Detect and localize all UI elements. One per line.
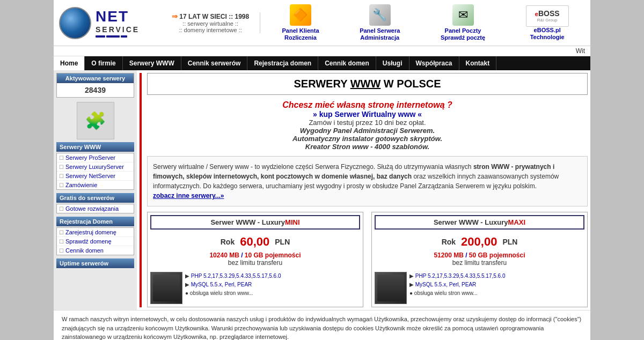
server2-year: Rok [442,238,456,246]
nav-cennik-serwerow[interactable]: Cennik serwerów [181,56,248,70]
server-card-maxi: Serwer WWW - LuxuryMAXI Rok 200,00 PLN 5… [371,212,588,307]
cookie-text: W ramach naszych witryn internetowych, w… [62,316,581,340]
server-rack-icon [153,275,180,301]
uptime-header: Uptime serwerów [56,258,134,268]
aktywowane-box: Aktywowane serwery 28439 [56,73,134,98]
sidebar-link-luxuryserver[interactable]: Serwery LuxuryServer [57,162,134,172]
server-cards: Serwer WWW - LuxuryMINI Rok 60,00 PLN 10… [147,212,588,307]
rejestracja-links: Zarejestruj domenę Sprawdź domenę Cennik… [56,227,134,255]
nav-ofirmie[interactable]: O firmie [85,56,122,70]
main-layout: Aktywowane serwery 28439 🧩 Serwery WWW S… [54,70,590,310]
server-card-mini-header: Serwer WWW - LuxuryMINI [150,215,360,230]
info-more-link[interactable]: zobacz inne serwery...» [153,192,224,199]
sidebar-link-cennik-domen[interactable]: Cennik domen [57,246,134,255]
promo-line3: Zamów i testuj przez 10 dni bez opłat. [147,119,588,127]
sidebar-link-netserver[interactable]: Serwery NetServer [57,172,134,181]
server-card-mini-price-row: Rok 60,00 PLN [148,232,363,252]
logo-area: NET SERVICE [59,7,166,39]
slogan-sub: :: serwery wirtualne :: :: domeny intern… [172,20,249,33]
promo-box: Chcesz mieć własną stronę internetową ? … [147,100,588,151]
logo-bars [96,35,140,38]
panel-klienta-link[interactable]: 🔶 Panel KlientaRozliczenia [282,4,319,41]
panel-poczty-label: Panel PocztySprawdź pocztę [441,27,485,41]
page-title: SERWERY WWW W POLSCE [147,73,588,95]
server1-price: 60,00 [240,235,269,249]
nav-uslugi[interactable]: Usługi [376,56,409,70]
server2-currency: PLN [502,238,517,246]
eboss-label: eBOSS.plTechnologie [530,27,565,41]
logo-text: NET SERVICE [96,8,140,38]
promo-line6: Kreator Stron www - 4000 szablonów. [147,143,588,151]
panel-poczty-link[interactable]: ✉ Panel PocztySprawdź pocztę [441,4,485,41]
server2-image [375,272,407,304]
nav-serwery-www[interactable]: Serwery WWW [123,56,181,70]
server1-features: ▶ PHP 5.2,17,5.3.29,5.4.33,5.5.17,5.6.0 … [185,272,281,304]
slogan-area: ⇒ 17 LAT W SIECI :: 1998 :: serwery wirt… [166,12,260,33]
header: NET SERVICE ⇒ 17 LAT W SIECI :: 1998 :: … [54,0,590,46]
puzzle-icon: 🧩 [77,102,114,139]
nav-home[interactable]: Home [54,56,85,70]
server1-storage: 10240 MB / 10 GB pojemności [148,252,363,259]
server2-bottom: ▶ PHP 5.2,17,5.3.29,5.4.33,5.5.17,5.6.0 … [372,269,587,307]
server2-price: 200,00 [461,235,497,249]
gratis-links: Gotowe rozwiązania [56,204,134,213]
serwery-www-header: Serwery WWW [56,142,134,152]
wit-bar: Wit [54,46,590,56]
info-text1: Serwery wirtualne / Serwery www - to wyd… [153,163,472,171]
server1-notransfer: bez limitu transferu [148,259,363,267]
nav-cennik-domen[interactable]: Cennik domen [318,56,376,70]
panel-serwera-icon: 🔧 [369,4,391,26]
globe-icon [59,7,91,39]
nav-wspolpraca[interactable]: Współpraca [409,56,459,70]
info-box: Serwery wirtualne / Serwery www - to wyd… [147,156,588,206]
promo-line1: Chcesz mieć własną stronę internetową ? [147,100,588,110]
server-rack2-icon [377,275,404,301]
server2-notransfer: bez limitu transferu [372,259,587,267]
server-card-mini: Serwer WWW - LuxuryMINI Rok 60,00 PLN 10… [147,212,363,307]
aktywowane-count: 28439 [57,83,134,97]
promo-line2: » kup Serwer Wirtualny www « [147,110,588,119]
eboss-icon: eBOSS R&I Group [526,5,569,27]
panel-klienta-label: Panel KlientaRozliczenia [282,27,319,41]
eboss-logo-text: eBOSS [535,9,560,18]
server1-bottom: ▶ PHP 5.2,17,5.3.29,5.4.33,5.5.17,5.6.0 … [148,269,363,307]
logo-service: SERVICE [96,25,140,34]
sidebar: Aktywowane serwery 28439 🧩 Serwery WWW S… [54,70,137,310]
nav-rejestracja-domen[interactable]: Rejestracja domen [247,56,318,70]
navigation: Home O firmie Serwery WWW Cennik serweró… [54,56,590,70]
server2-storage: 51200 MB / 50 GB pojemności [372,252,587,259]
eboss-link[interactable]: eBOSS R&I Group eBOSS.plTechnologie [526,5,569,41]
gratis-header: Gratis do serwerów [56,193,134,203]
header-icons: 🔶 Panel KlientaRozliczenia 🔧 Panel Serwe… [266,4,585,41]
nav-kontakt[interactable]: Kontakt [459,56,497,70]
server-card-maxi-header: Serwer WWW - LuxuryMAXI [375,215,584,230]
promo-line5: Automatyczny instalator gotowych skryptó… [147,135,588,143]
server1-image [150,272,182,304]
promo-line4: Wygodny Panel Administracji Serwerem. [147,127,588,135]
content-inner: SERWERY WWW W POLSCE Chcesz mieć własną … [140,73,588,307]
server-card-maxi-price-row: Rok 200,00 PLN [372,232,587,252]
sidebar-link-zarejestruj[interactable]: Zarejestruj domenę [57,228,134,237]
aktywowane-header: Aktywowane serwery [57,73,134,83]
server2-features: ▶ PHP 5.2,17,5.3.29,5.4.33,5.5.17,5.6.0 … [409,272,506,304]
panel-serwera-label: Panel SerweraAdministracja [360,27,400,41]
sidebar-link-sprawdz-domene[interactable]: Sprawdź domenę [57,237,134,246]
panel-klienta-icon: 🔶 [290,4,311,26]
logo-net: NET [96,8,140,25]
slogan-years: 17 LAT W SIECI :: 1998 [179,13,249,20]
panel-poczty-icon: ✉ [452,4,474,26]
server1-year: Rok [221,238,235,246]
content: SERWERY WWW W POLSCE Chcesz mieć własną … [137,70,590,310]
panel-serwera-link[interactable]: 🔧 Panel SerweraAdministracja [360,4,400,41]
slogan-arrow-icon: ⇒ [172,12,178,20]
sidebar-link-zamowienie[interactable]: Zamówienie [57,181,134,189]
serwery-www-links: Serwery ProServer Serwery LuxuryServer S… [56,153,134,190]
sidebar-link-proserver[interactable]: Serwery ProServer [57,153,134,162]
server1-currency: PLN [275,238,290,246]
sidebar-link-gotowe[interactable]: Gotowe rozwiązania [57,204,134,213]
rejestracja-header: Rejestracja Domen [56,217,134,226]
cookie-bar: W ramach naszych witryn internetowych, w… [54,310,590,340]
